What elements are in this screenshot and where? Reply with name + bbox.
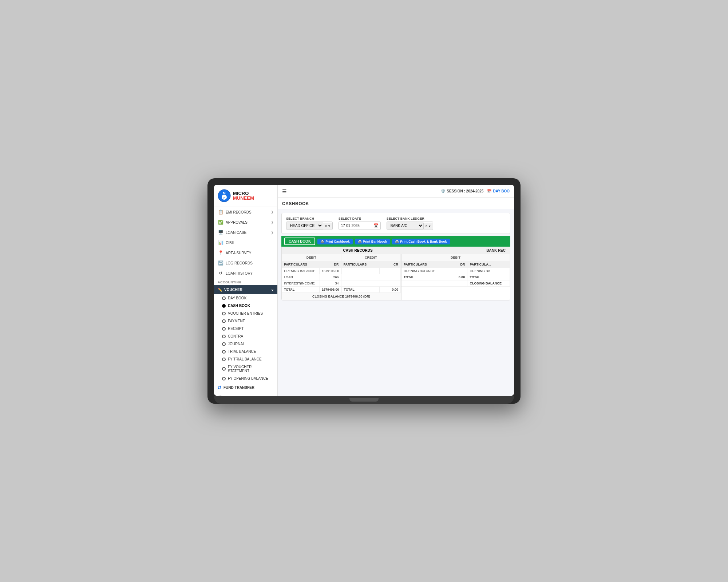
emi-records-icon: 📋 xyxy=(218,210,223,215)
sidebar-item-loan-history[interactable]: ↺ LOAN HISTORY xyxy=(214,268,277,278)
bank-debit-header: DEBIT xyxy=(401,254,510,261)
sub-item-label: DAY BOOK xyxy=(228,296,246,300)
printer-icon: 🖨️ xyxy=(395,240,399,243)
sidebar-item-loan-case[interactable]: 🖥️ LOAN CASE ❯ xyxy=(214,227,277,238)
td-total: TOTAL xyxy=(282,287,320,292)
bank-td-dr3 xyxy=(444,280,468,286)
td-dr: 266 xyxy=(320,274,341,280)
bank-td-closing: CLOSING BALANCE xyxy=(467,280,510,286)
arrow-icon: ❯ xyxy=(271,231,274,234)
sub-item-label: PAYMENT xyxy=(228,319,245,323)
sub-dot-icon xyxy=(222,296,226,300)
sidebar-item-label: CIBIL xyxy=(226,241,235,245)
sidebar-item-log-records[interactable]: ↩️ LOG RECORDS xyxy=(214,258,277,268)
page-title: CASHBOOK xyxy=(282,201,309,206)
th-cr: CR xyxy=(379,261,401,268)
cash-panel: DEBIT CREDIT PARTICULARS DR PARTICULARS … xyxy=(282,254,401,300)
approvals-icon: ✅ xyxy=(218,220,223,225)
sub-dot-icon xyxy=(222,350,226,354)
th-particulars: PARTICULARS xyxy=(282,261,320,268)
loan-case-icon: 🖥️ xyxy=(218,230,223,235)
sub-dot-icon xyxy=(222,342,226,346)
date-input[interactable] xyxy=(339,222,372,229)
bank-ledger-select[interactable]: BANK A/C xyxy=(387,222,423,230)
sidebar-sub-fy-trial-balance[interactable]: FY TRIAL BALANCE xyxy=(214,355,277,363)
sidebar-sub-payment[interactable]: PAYMENT xyxy=(214,317,277,325)
sidebar-acogroup[interactable]: 🏢 ACOGROUP xyxy=(214,392,277,396)
td-credit-particulars xyxy=(341,274,380,280)
day-book-link[interactable]: 📅 DAY BOO xyxy=(487,189,510,193)
branch-select-wrap[interactable]: HEAD OFFICE × ∨ xyxy=(286,222,333,230)
arrow-icon: ❯ xyxy=(271,220,274,224)
shield-icon: 🛡️ xyxy=(441,189,445,193)
session-label: SESSION : 2024-2025 xyxy=(447,189,483,193)
closing-balance: CLOSING BALANCE 1679406.00 (DR) xyxy=(282,293,401,300)
date-input-wrap[interactable]: 📅 xyxy=(339,222,381,230)
td-total-dr: 1679406.00 xyxy=(320,287,342,292)
bank-ledger-filter-group: SELECT BANK LEDGER BANK A/C × ∨ xyxy=(387,217,433,230)
td-dr: 34 xyxy=(320,280,341,286)
printer-icon: 🖨️ xyxy=(320,240,324,243)
select-arrow-icon: × ∨ xyxy=(323,223,332,229)
th-dr: DR xyxy=(320,261,341,268)
bank-table-header: PARTICULARS DR PARTICULA... xyxy=(401,261,510,268)
acogroup-label: ACOGROUP xyxy=(225,395,246,396)
print-cashbook-button[interactable]: 🖨️ Print Cashbook xyxy=(317,239,353,244)
sidebar-sub-trial-balance[interactable]: TRIAL BALANCE xyxy=(214,348,277,355)
bank-ledger-select-wrap[interactable]: BANK A/C × ∨ xyxy=(387,222,433,230)
sub-item-label: JOURNAL xyxy=(228,342,245,346)
page-header: CASHBOOK xyxy=(278,198,514,209)
table-header-row: PARTICULARS DR PARTICULARS CR xyxy=(282,261,401,268)
td-total-credit: TOTAL xyxy=(342,287,380,292)
sidebar-fund-transfer[interactable]: ⇄ FUND TRANSFER xyxy=(214,382,277,392)
voucher-section[interactable]: ✏️ VOUCHER ∨ xyxy=(214,285,277,294)
sidebar-sub-journal[interactable]: JOURNAL xyxy=(214,340,277,348)
sidebar-sub-cash-book[interactable]: CASH BOOK xyxy=(214,302,277,310)
bank-th-particulars: PARTICULARS xyxy=(401,261,444,268)
sidebar: M µ MICRO MUNEEM 📋 EMI RECORDS ❯ xyxy=(214,185,278,396)
sidebar-sub-voucher-entries[interactable]: VOUCHER ENTRIES xyxy=(214,310,277,317)
records-header: CASH RECORDS BANK REC xyxy=(282,247,510,254)
bank-table-row: OPENING BALANCE OPENING BA... xyxy=(401,268,510,274)
hamburger-icon[interactable]: ☰ xyxy=(282,188,287,194)
logo-area: M µ MICRO MUNEEM xyxy=(214,185,277,207)
print-both-button[interactable]: 🖨️ Print Cash Book & Bank Book xyxy=(392,239,450,244)
bank-rec-label: BANK REC xyxy=(486,248,507,252)
sidebar-sub-fy-voucher-statement[interactable]: FY VOUCHER STATEMENT xyxy=(214,363,277,375)
sidebar-sub-day-book[interactable]: DAY BOOK xyxy=(214,294,277,302)
sidebar-item-label: LOAN HISTORY xyxy=(226,271,253,275)
bank-td-opening: OPENING BALANCE xyxy=(401,268,444,274)
td-credit-particulars xyxy=(341,280,380,286)
accounting-label: ACCOUNTING xyxy=(214,278,277,285)
td-dr: 1679106.00 xyxy=(320,268,342,274)
logo-text: MICRO MUNEEM xyxy=(233,191,254,200)
fund-transfer-label: FUND TRANSFER xyxy=(223,386,254,390)
sidebar-item-cibil[interactable]: 📊 CIBIL xyxy=(214,238,277,248)
topbar-left: ☰ xyxy=(282,188,287,194)
bank-td-empty xyxy=(401,280,444,286)
table-row: OPENING BALANCE 1679106.00 xyxy=(282,268,401,274)
voucher-label: VOUCHER xyxy=(224,288,242,292)
sidebar-item-emi-records[interactable]: 📋 EMI RECORDS ❯ xyxy=(214,207,277,217)
sub-dot-icon xyxy=(222,327,226,331)
sidebar-item-label: EMI RECORDS xyxy=(226,210,252,214)
date-filter-group: SELECT DATE 📅 xyxy=(339,217,381,230)
cash-book-button[interactable]: CASH BOOK xyxy=(284,238,315,245)
content-area: SELECT BRANCH HEAD OFFICE × ∨ SELECT DAT… xyxy=(278,209,514,396)
print-bankbook-button[interactable]: 🖨️ Print Bankbook xyxy=(355,239,390,244)
bank-select-arrow-icon: × ∨ xyxy=(423,223,433,229)
debit-header: DEBIT xyxy=(282,254,341,261)
td-particulars: LOAN xyxy=(282,274,320,280)
sidebar-sub-fy-opening-balance[interactable]: FY OPENING BALANCE xyxy=(214,375,277,382)
sidebar-sub-contra[interactable]: CONTRA xyxy=(214,332,277,340)
date-label: SELECT DATE xyxy=(339,217,381,220)
sidebar-sub-receipt[interactable]: RECEIPT xyxy=(214,325,277,332)
printer-icon: 🖨️ xyxy=(358,240,362,243)
branch-select[interactable]: HEAD OFFICE xyxy=(286,222,323,230)
voucher-icon: ✏️ xyxy=(218,288,222,292)
table-row: TOTAL 1679406.00 TOTAL 0.00 xyxy=(282,287,401,293)
sidebar-item-approvals[interactable]: ✅ APPROVALS ❯ xyxy=(214,217,277,227)
bank-panel: DEBIT PARTICULARS DR PARTICULA... OPENIN… xyxy=(401,254,510,300)
td-total-cr: 0.00 xyxy=(380,287,401,292)
sidebar-item-area-survey[interactable]: 📍 AREA SURVEY xyxy=(214,248,277,258)
